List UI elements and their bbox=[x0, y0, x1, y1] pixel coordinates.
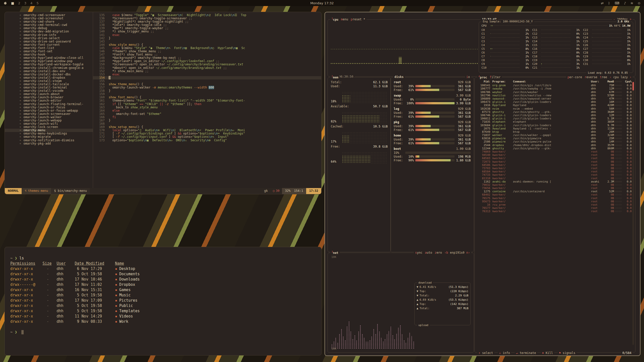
proc-row[interactable]: 68583kworker/root0B0.0 bbox=[477, 157, 632, 160]
workspace-4[interactable]: 4 bbox=[30, 1, 32, 5]
preset-button[interactable]: preset * bbox=[349, 18, 367, 21]
tree-item[interactable]: ∗omarchy-dev-add-migration bbox=[5, 30, 93, 33]
tree-item[interactable]: ∗omarchy-install-docker-dbs bbox=[5, 73, 93, 76]
proc-row[interactable]: 87649btopbtopdhh26M0.0 bbox=[477, 130, 632, 133]
proc-row[interactable]: 73656kworker/root0B0.0 bbox=[477, 187, 632, 190]
proc-row[interactable]: 76575kworker/root0B0.0 bbox=[477, 197, 632, 200]
proc-column-header[interactable]: Program: bbox=[490, 80, 511, 83]
proc-row[interactable]: 1916HyprlandHyprlanddhh420M0.0 bbox=[477, 104, 632, 107]
tree-item[interactable]: ∗omarchy-pkg-add bbox=[5, 142, 93, 145]
proc-row[interactable]: 73703kworker/root0B0.0 bbox=[477, 167, 632, 170]
tree-item[interactable]: ∗omarchy-lock-screen bbox=[5, 125, 93, 129]
code-line[interactable]: 158} bbox=[93, 89, 321, 93]
proc-row[interactable]: 2075XwaylandXwayland :1 -rootless -dhh11… bbox=[477, 127, 632, 130]
proc-row[interactable]: 76577kworker/root0B0.0 bbox=[477, 206, 632, 210]
code-line[interactable]: 140 *) show_trigger_menu ;; bbox=[93, 30, 321, 33]
proc-row[interactable]: 106541org.gnom/usr/bin/gjs /usr/lib/odhh… bbox=[477, 84, 632, 87]
proc-row[interactable]: 102638nvimnvim --embeddhh56M0.0 bbox=[477, 107, 632, 110]
tree-item[interactable]: ∗omarchy-font-current bbox=[5, 43, 93, 47]
terminal-prompt-line[interactable]: ~ ❯ bbox=[10, 330, 321, 335]
proc-row[interactable]: 2544dropbox/home/dhh/.dropbox-distdhh357… bbox=[477, 144, 632, 147]
power-icon[interactable]: ⊙ bbox=[638, 1, 640, 5]
proc-row[interactable]: 71835elephantelephantdhh385M0.0 bbox=[477, 120, 632, 123]
io-toggle[interactable]: io bbox=[465, 75, 471, 79]
workspace-3[interactable]: 3 bbox=[24, 1, 26, 5]
proc-row[interactable]: 2586pipewire/usr/bin/pipewire-pulsedhh14… bbox=[477, 140, 632, 143]
tree-item[interactable]: ∗omarchy-launch-screensaver bbox=[5, 112, 93, 116]
proc-filter-button[interactable]: filter bbox=[488, 75, 502, 79]
proc-row[interactable]: 63816pipewire/usr/bin/pipewiredhh25M0.0 bbox=[477, 137, 632, 140]
tree-item[interactable]: ∗omarchy-launch-floating-terminal- bbox=[5, 103, 93, 106]
proc-column-header[interactable]: Command: bbox=[511, 80, 591, 83]
clock[interactable]: Monday 17:32 bbox=[310, 1, 334, 5]
code-line[interactable]: 142} bbox=[93, 37, 321, 40]
proc-row[interactable]: 71837walker/usr/bin/walker --gappldhh324… bbox=[477, 133, 632, 137]
proc-row[interactable]: 106746glycin-i/usr/lib/glycin-loadersdhh… bbox=[477, 114, 632, 117]
proc-row[interactable]: 74869kworker/root0B0.0 bbox=[477, 150, 632, 153]
proc-row[interactable]: 68402kworker/root0B0.0 bbox=[477, 193, 632, 196]
proc-header-row[interactable]: Pid:Program:Command:User:MemBCpu% bbox=[477, 80, 632, 83]
tree-item[interactable]: ∗omarchy-drive-select bbox=[5, 37, 93, 40]
tree-item[interactable]: ∗omarchy-launch-or-focus-webapp bbox=[5, 109, 93, 112]
proc-row[interactable]: 81310kworker/root0B0.0 bbox=[477, 176, 632, 180]
editor-window[interactable]: ∗omarchy-cmd-screensaver∗omarchy-cmd-scr… bbox=[5, 12, 321, 194]
code-line[interactable]: 153 esac bbox=[93, 73, 321, 76]
proc-row[interactable]: 106473glycin-i/usr/lib/glycin-loadersdhh… bbox=[477, 100, 632, 104]
code-line[interactable]: 152 *) show_main_menu ;; bbox=[93, 70, 321, 73]
terminal-window[interactable]: ~ ❯ ls PermissionsSizeUserDate ModifiedN… bbox=[5, 247, 321, 355]
tree-item[interactable]: ∗omarchy-install-steam bbox=[5, 79, 93, 83]
proc-row[interactable]: 106809swayosd-/usr/bin/swayosd-serverdhh… bbox=[477, 97, 632, 100]
proc-column-header[interactable]: Pid: bbox=[477, 80, 490, 83]
proc-column-header[interactable]: Cpu% bbox=[623, 80, 632, 83]
workspace-1[interactable]: ■ bbox=[11, 1, 14, 5]
proc-tree-button[interactable]: tree bbox=[598, 75, 608, 79]
proc-footer-signals[interactable]: ⚑ signals bbox=[558, 351, 577, 355]
net-sync-button[interactable]: sync bbox=[414, 251, 424, 254]
proc-row[interactable]: 16rcu_preeroot0B0.0 bbox=[477, 203, 632, 206]
proc-column-header[interactable]: MemB bbox=[603, 80, 614, 83]
keyboard-icon[interactable]: ⌨ bbox=[615, 1, 619, 5]
proc-scrollbar[interactable] bbox=[632, 82, 634, 345]
tree-item[interactable]: ∗omarchy-cmd-terminal-cwd bbox=[5, 23, 93, 27]
code-line[interactable]: 157 omarchy-launch-walker -m menus:omarc… bbox=[93, 86, 321, 89]
code-line[interactable]: 167} bbox=[93, 119, 321, 122]
proc-reverse-button[interactable]: reverse bbox=[583, 75, 599, 79]
proc-row[interactable]: 1275containe/usr/bin/containerdroot52M0.… bbox=[477, 190, 632, 193]
proc-row[interactable]: 87573ghostty/usr/bin/ghostty --gtk-dhh36… bbox=[477, 110, 632, 114]
code-line[interactable]: 173 options="$options\n▣ Defaults\n▭ DNS… bbox=[93, 139, 321, 142]
code-line[interactable]: 163 back_to show_style_menu bbox=[93, 106, 321, 109]
proc-row[interactable]: 68584kworker/root0B0.0 bbox=[477, 170, 632, 173]
proc-row[interactable]: 106777swaybg/usr/bin/swaybg -i /homdhh12… bbox=[477, 87, 632, 90]
proc-row[interactable]: 76313kworker/root0B0.0 bbox=[477, 210, 632, 213]
proc-row[interactable]: 72073kworker/root0B0.0 bbox=[477, 160, 632, 163]
screencast-icon[interactable]: ⇄ bbox=[601, 1, 603, 5]
tree-item[interactable]: ∗omarchy-drive-info bbox=[5, 33, 93, 37]
proc-footer-terminate[interactable]: ↵ terminate bbox=[515, 351, 537, 355]
tree-item[interactable]: ∗omarchy-install-chromium-google-a bbox=[5, 66, 93, 70]
tree-item[interactable]: ∗omarchy-install-dropbox bbox=[5, 76, 93, 79]
net-interface-switcher[interactable]: ‹b enp191s0 n› bbox=[443, 251, 471, 254]
menu-button[interactable]: menu bbox=[340, 18, 349, 21]
net-auto-button[interactable]: auto bbox=[424, 251, 433, 254]
tree-item[interactable]: ∗omarchy-migrate bbox=[5, 135, 93, 139]
tree-item[interactable]: ∗omarchy-launch-or-focus bbox=[5, 106, 93, 109]
tree-item[interactable]: ∗omarchy-font-set bbox=[5, 50, 93, 53]
bluetooth-icon[interactable]: ᛒ bbox=[608, 1, 610, 5]
proc-row[interactable]: 102796nautilus/usr/bin/nautilus --newdhh… bbox=[477, 94, 632, 97]
net-zero-button[interactable]: zero bbox=[433, 251, 443, 254]
workspace-2[interactable]: 2 bbox=[18, 1, 20, 5]
tree-item[interactable]: ∗omarchy-drive-set-password bbox=[5, 40, 93, 43]
proc-percore-button[interactable]: per-core bbox=[566, 75, 583, 79]
tree-item[interactable]: ∗omarchy-notification-dismiss bbox=[5, 139, 93, 142]
proc-row[interactable]: 106811glycin-i/usr/lib/glycin-loadersdhh… bbox=[477, 117, 632, 120]
proc-row[interactable]: 12244ghostty/usr/bin/ghostty --gtk-dhh86… bbox=[477, 147, 632, 150]
proc-scrollbar-thumb[interactable] bbox=[632, 82, 634, 90]
proc-row[interactable]: 106786waybar/usr/bin/waybardhh67M0.0 bbox=[477, 90, 632, 94]
tree-item[interactable]: ∗omarchy-install-dev-env bbox=[5, 70, 93, 73]
proc-row[interactable]: 79032kworker/root0B0.0 bbox=[477, 183, 632, 187]
tree-item[interactable]: ∗omarchy-hyprland-workspace-toggle bbox=[5, 63, 93, 66]
proc-row[interactable]: 1162avahi-daavahi-daemon: running [avahi… bbox=[477, 180, 632, 183]
volume-icon[interactable]: ♪ bbox=[624, 1, 626, 5]
code-line[interactable]: 141 esac bbox=[93, 33, 321, 37]
tree-item[interactable]: ∗omarchy-launch-editor bbox=[5, 99, 93, 102]
